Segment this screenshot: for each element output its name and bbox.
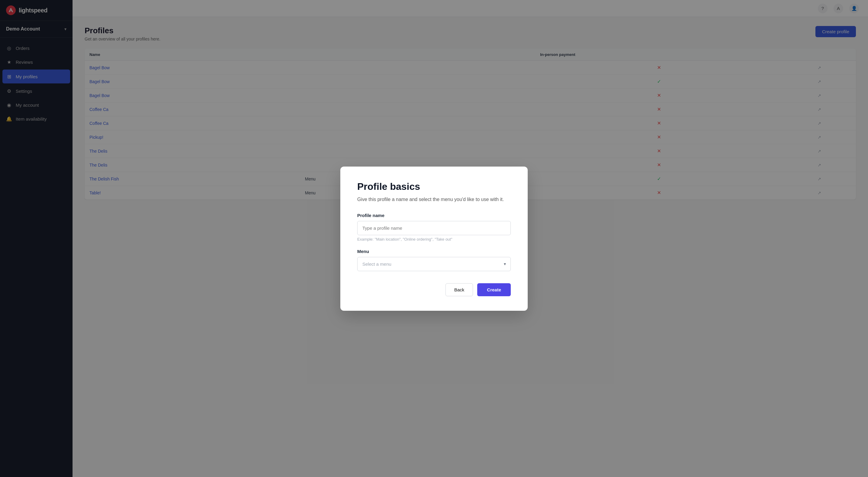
modal-title: Profile basics xyxy=(357,181,511,192)
profile-name-input[interactable] xyxy=(357,221,511,235)
back-button[interactable]: Back xyxy=(445,283,473,296)
profile-name-label: Profile name xyxy=(357,213,511,218)
menu-select-wrapper: Select a menu Coffee Bagel ▾ xyxy=(357,257,511,271)
menu-label: Menu xyxy=(357,249,511,254)
modal-overlay[interactable]: Profile basics Give this profile a name … xyxy=(0,0,868,477)
create-button[interactable]: Create xyxy=(477,283,511,296)
modal-actions: Back Create xyxy=(357,283,511,296)
profile-basics-modal: Profile basics Give this profile a name … xyxy=(340,167,528,311)
menu-select[interactable]: Select a menu Coffee Bagel xyxy=(357,257,511,271)
profile-name-hint: Example: "Main location", "Online orderi… xyxy=(357,237,511,241)
modal-subtitle: Give this profile a name and select the … xyxy=(357,196,511,203)
